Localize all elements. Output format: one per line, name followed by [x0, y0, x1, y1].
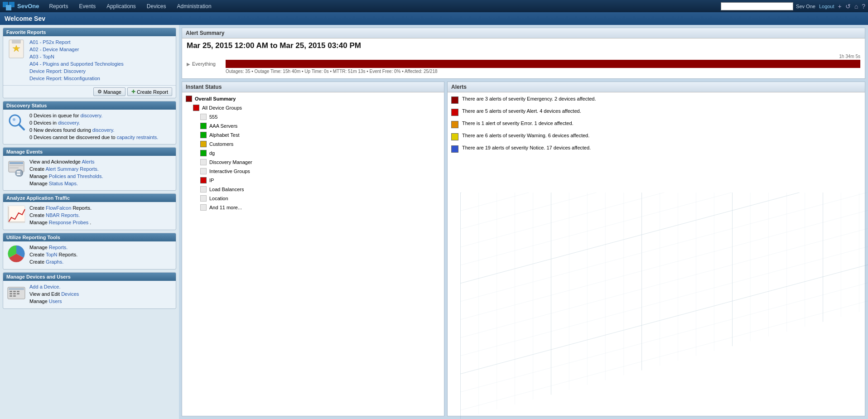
graphs-link[interactable]: Graphs. [46, 259, 63, 265]
users-link[interactable]: Users [49, 299, 62, 304]
favorite-reports-header: Favorite Reports [3, 28, 176, 36]
response-probes-link[interactable]: Response Probes [49, 220, 88, 225]
status-alphabet[interactable]: Alphabet Test [184, 130, 442, 140]
policies-link[interactable]: Policies and Thresholds. [49, 173, 103, 179]
manage-button[interactable]: ⚙ Manage [93, 87, 125, 96]
nav-events[interactable]: Events [73, 0, 101, 12]
alert-summary-link[interactable]: Alert Summary Reports. [45, 166, 98, 172]
status-interactive-groups[interactable]: Interactive Groups [184, 167, 442, 176]
alerts-link[interactable]: Alerts [82, 159, 94, 164]
alert-text-warning: There are 6 alerts of severity Warning. … [462, 133, 589, 138]
nav-applications[interactable]: Applications [101, 0, 141, 12]
status-customers[interactable]: Customers [184, 140, 442, 149]
fav-link-1[interactable]: A02 - Device Manager [29, 47, 79, 52]
favorite-reports-widget: Favorite Reports A01 - P52x Report A02 -… [3, 28, 176, 98]
discovery-link-0[interactable]: discovery. [81, 113, 103, 118]
nav-reports[interactable]: Reports [43, 0, 73, 12]
status-label-discovery: Discovery Manager [209, 159, 252, 165]
alerts-header: Alerts [448, 82, 865, 92]
manage-devices-header: Manage Devices and Users [3, 273, 176, 281]
discovery-status-widget: Discovery Status 0 Devices in queue for … [3, 101, 176, 144]
status-ip[interactable]: IP [184, 176, 442, 185]
logout-link[interactable]: Logout [819, 4, 834, 9]
favorite-reports-links: A01 - P52x Report A02 - Device Manager A… [29, 39, 172, 82]
svg-rect-11 [10, 162, 23, 164]
add-device-link[interactable]: Add a Device. [29, 284, 60, 289]
discovery-status-links: 0 Devices in queue for discovery. 0 Devi… [29, 112, 172, 141]
manage-events-body: View and Acknowledge Alerts Create Alert… [3, 156, 176, 190]
home-icon[interactable]: ⌂ [854, 3, 858, 10]
nbar-link[interactable]: NBAR Reports. [46, 212, 80, 218]
fav-link-0[interactable]: A01 - P52x Report [29, 39, 71, 45]
reports-link[interactable]: Reports. [49, 245, 68, 250]
fav-link-3[interactable]: A04 - Plugins and Supported Technologies [29, 61, 124, 67]
status-aaa[interactable]: AAA Servers [184, 121, 442, 130]
svg-rect-13 [10, 167, 19, 169]
status-more[interactable]: And 11 more... [184, 203, 442, 212]
favorite-reports-icon [7, 39, 26, 62]
status-label-more: And 11 more... [209, 205, 242, 210]
fav-link-4[interactable]: Device Report: Discovery [29, 68, 86, 74]
plus-icon[interactable]: + [838, 3, 842, 10]
alerts-body: There are 3 alerts of severity Emergency… [448, 92, 865, 416]
alert-color-notice [451, 145, 458, 153]
list-item: Create FlowFalcon Reports. [29, 205, 172, 211]
list-item: A04 - Plugins and Supported Technologies [29, 61, 172, 67]
status-location[interactable]: Location [184, 194, 442, 203]
status-label-555: 555 [209, 114, 217, 120]
instant-status-body: Overall Summary All Device Groups 555 AA… [182, 92, 444, 416]
help-icon[interactable]: ? [862, 3, 865, 10]
status-dg[interactable]: dg [184, 149, 442, 158]
top-navigation: SevOne Reports Events Applications Devic… [0, 0, 868, 12]
list-item: Manage Users [29, 298, 172, 304]
status-label-lb: Load Balancers [209, 187, 244, 192]
discovery-status-header: Discovery Status [3, 101, 176, 110]
alert-summary-panel: Alert Summary Mar 25, 2015 12:00 AM to M… [182, 28, 865, 79]
status-all-device-groups[interactable]: All Device Groups [184, 103, 442, 112]
app-logo[interactable]: SevOne [3, 2, 39, 11]
fav-link-2[interactable]: A03 - TopN [29, 54, 54, 59]
status-discovery-mgr[interactable]: Discovery Manager [184, 158, 442, 167]
fav-link-5[interactable]: Device Report: Misconfiguration [29, 76, 100, 81]
discovery-status-body: 0 Devices in queue for discovery. 0 Devi… [3, 110, 176, 144]
reporting-tools-links: Manage Reports. Create TopN Reports. Cre… [29, 244, 172, 266]
svg-rect-2 [6, 5, 11, 10]
create-icon: ✚ [131, 89, 135, 95]
user-label: Sev One [796, 4, 815, 9]
discovery-link-1[interactable]: discovery. [58, 120, 80, 125]
status-load-balancers[interactable]: Load Balancers [184, 185, 442, 194]
discovery-link-2[interactable]: discovery. [92, 127, 115, 133]
list-item: 0 Devices in discovery. [29, 120, 172, 126]
flowfalcon-link[interactable]: FlowFalcon [46, 205, 71, 211]
nav-administration[interactable]: Administration [172, 0, 217, 12]
favorite-reports-actions: ⚙ Manage ✚ Create Report [3, 85, 176, 98]
nav-devices[interactable]: Devices [141, 0, 172, 12]
reporting-tools-body: Manage Reports. Create TopN Reports. Cre… [3, 241, 176, 269]
right-panel: Alert Summary Mar 25, 2015 12:00 AM to M… [179, 25, 868, 419]
status-label-ip: IP [209, 178, 214, 183]
timeline-label[interactable]: ▶ Everything [187, 61, 223, 67]
timeline-row: ▶ Everything [187, 60, 860, 68]
manage-events-header: Manage Events [3, 148, 176, 156]
svg-rect-30 [10, 295, 12, 297]
status-label-location: Location [209, 196, 228, 201]
refresh-icon[interactable]: ↺ [845, 3, 851, 10]
edit-devices-link[interactable]: Devices [61, 291, 79, 297]
status-color-aaa [200, 123, 207, 129]
manage-events-widget: Manage Events Vie [3, 147, 176, 191]
status-overall[interactable]: Overall Summary [184, 94, 442, 103]
alert-date-range: Mar 25, 2015 12:00 AM to Mar 25, 2015 03… [187, 41, 860, 50]
discovery-link-3[interactable]: capacity restraints. [117, 135, 159, 140]
alert-color-alert [451, 109, 458, 116]
status-555[interactable]: 555 [184, 112, 442, 121]
topn-link[interactable]: TopN [46, 252, 58, 257]
list-item: Add a Device. [29, 284, 172, 290]
status-label-dg: dg [209, 150, 215, 156]
welcome-bar: Welcome Sev [0, 12, 868, 25]
status-color-555 [200, 114, 207, 120]
svg-line-8 [19, 125, 24, 130]
status-maps-link[interactable]: Status Maps. [49, 181, 78, 186]
search-input[interactable] [721, 2, 793, 10]
create-report-button[interactable]: ✚ Create Report [127, 87, 172, 96]
svg-point-9 [13, 118, 15, 121]
